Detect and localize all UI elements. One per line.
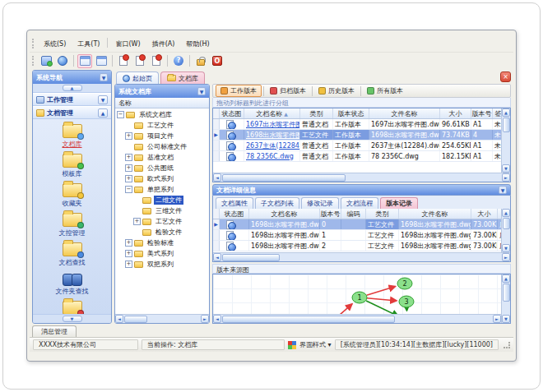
table-hscrollbar[interactable]: ◄ ► (213, 252, 510, 261)
table-row[interactable]: 78 2356C.dwg普通文档工作版本78 2356C.dwg182.15KB… (213, 151, 501, 162)
table-vscrollbar[interactable]: ▲ ▼ (501, 108, 510, 173)
tree-node[interactable]: 公司标准文件 (115, 141, 209, 152)
menu-item-5[interactable]: 帮助(H) (180, 38, 215, 50)
tree-column-header[interactable]: 名称 (115, 98, 209, 108)
scroll-right-icon[interactable]: ► (502, 253, 510, 261)
new-window-icon[interactable] (77, 54, 92, 68)
menu-item-2[interactable]: 工具(T) (72, 38, 105, 50)
tab-start-page[interactable]: 起始页 (116, 71, 159, 84)
help-icon[interactable]: ? (171, 54, 186, 68)
graph-vscrollbar[interactable]: ▲ ▼ (501, 274, 510, 323)
column-header-4[interactable]: 版本状态 (333, 108, 369, 118)
tree-node[interactable]: +公共图纸 (115, 163, 209, 173)
chevron-up-icon[interactable]: ▲ (98, 108, 108, 118)
table-row[interactable]: ▶1698出水嘴零件图.dwg工艺文件工作版本1698出水嘴零件图.dwg73.… (213, 130, 501, 141)
collapse-icon[interactable]: − (125, 186, 132, 193)
column-header-5[interactable]: 类别 (366, 209, 399, 219)
column-header-4[interactable]: 编码 (341, 209, 366, 219)
detail-tab-5[interactable]: 版本记录 (380, 197, 418, 209)
column-header-6[interactable]: 大小 (440, 108, 471, 118)
table-row[interactable]: 1697出水嘴零件图.dwg普通文档工作版本1697出水嘴零件图.dwg96.6… (213, 119, 501, 130)
column-header-7[interactable]: 大小 (471, 209, 498, 219)
toolbar-grip[interactable] (32, 56, 35, 66)
column-header-2[interactable]: 文档名称 (249, 209, 320, 219)
detail-tab-4[interactable]: 文档流程 (341, 197, 378, 209)
scroll-thumb[interactable] (222, 316, 395, 323)
interface-style-button[interactable]: 界面样式 ▾ (299, 340, 332, 349)
scroll-thumb[interactable] (222, 254, 280, 261)
expand-icon[interactable]: + (125, 239, 132, 247)
scroll-down-icon[interactable]: ▼ (502, 315, 510, 323)
column-header-1[interactable]: 状态图 (220, 209, 249, 219)
table-row[interactable]: 2637主体(12284).dwg普通文档工作版本2637主体(12284).d… (213, 141, 501, 151)
group-by-hint[interactable]: 拖动列标题到此进行分组 (212, 98, 511, 108)
tree-node[interactable]: +项目文件 (115, 131, 209, 141)
chevron-down-icon[interactable]: ▼ (98, 95, 108, 104)
version-button-3[interactable]: 历史版本 (314, 85, 359, 96)
sidebar-group-1[interactable]: 工作管理▼ (33, 93, 111, 106)
version-button-2[interactable]: 归档版本 (266, 85, 310, 96)
sidebar-item-checked-out-docs[interactable]: 签出的文档 (56, 301, 89, 314)
homepage-globe-icon[interactable] (55, 54, 70, 68)
interface-style-icon[interactable] (39, 54, 53, 68)
menu-item-1[interactable]: 系统(S) (38, 38, 72, 50)
doc-badge-icon-1[interactable] (116, 54, 131, 68)
pin-icon[interactable]: ▼ (197, 87, 206, 95)
table-row[interactable]: 1698出水嘴零件图.dwg1工艺文件1698出水嘴零件图.dwg73.00KB… (213, 230, 501, 241)
column-header-2[interactable]: 文档名称▲ (244, 108, 300, 118)
column-header-1[interactable]: 状态图 (220, 108, 244, 118)
doc-badge-icon-3[interactable] (149, 54, 164, 68)
scroll-right-icon[interactable]: ► (493, 315, 501, 323)
sidebar-item-document-library[interactable]: 文档库 (63, 124, 82, 149)
expand-icon[interactable]: + (125, 154, 132, 161)
scroll-down-icon[interactable]: ▼ (502, 244, 510, 252)
menu-item-3[interactable]: 窗口(W) (109, 38, 146, 50)
sidebar-item-favorites[interactable]: 收藏夹 (63, 183, 82, 208)
exit-icon[interactable]: O (210, 54, 225, 68)
tree-node[interactable]: +工艺文件 (115, 216, 209, 227)
tree-node[interactable]: −单把系列 (115, 184, 209, 195)
tree-node[interactable]: 检验文件 (115, 227, 209, 238)
scroll-thumb[interactable] (503, 218, 510, 229)
scroll-left-icon[interactable]: ◄ (115, 315, 123, 323)
version-button-1[interactable]: 工作版本 (216, 85, 262, 97)
column-header-6[interactable]: 文件名称 (399, 209, 471, 219)
tab-message-management[interactable]: 消息管理 (32, 325, 77, 337)
expand-icon[interactable]: + (133, 218, 141, 225)
scroll-down-icon[interactable]: ▼ (502, 164, 510, 173)
menubar-grip[interactable] (32, 39, 35, 48)
column-header-3[interactable]: 类别 (300, 108, 333, 118)
tree-node[interactable]: 工艺文件 (115, 120, 209, 131)
scroll-up-icon[interactable]: ▲ (502, 274, 510, 283)
table-hscrollbar[interactable]: ◄ ► (213, 173, 510, 182)
tree-node[interactable]: +检验标准 (115, 238, 209, 248)
tree-hscrollbar[interactable]: ◄ ► (115, 314, 209, 323)
expand-icon[interactable]: + (125, 164, 132, 172)
sidebar-item-folder-search[interactable]: 文件夹查找 (56, 272, 89, 296)
scroll-left-icon[interactable]: ◄ (213, 173, 221, 182)
close-tab-icon[interactable]: × (500, 71, 511, 82)
sidebar-group-2[interactable]: 文档管理▲ (33, 106, 111, 119)
scroll-down-strip[interactable]: ▼ (33, 314, 111, 323)
scroll-left-icon[interactable]: ◄ (213, 315, 221, 323)
expand-icon[interactable]: + (125, 250, 132, 257)
pin-icon[interactable]: ▼ (100, 73, 108, 81)
lock-icon[interactable] (193, 54, 208, 68)
expand-icon[interactable]: + (125, 175, 132, 182)
column-header-3[interactable]: 版本号 (320, 209, 341, 219)
tree-node[interactable]: 三维文件 (115, 205, 209, 216)
sidebar-item-template-library[interactable]: 模板库 (63, 154, 82, 178)
version-button-4[interactable]: 所有版本 (363, 85, 407, 96)
tree-node[interactable]: +双把系列 (115, 259, 209, 270)
version-graph[interactable]: 01234 (213, 274, 501, 314)
tree-node[interactable]: +美式系列 (115, 248, 209, 259)
tree-node[interactable]: +欧式系列 (115, 173, 209, 184)
menu-item-4[interactable]: 插件(A) (146, 38, 181, 50)
doc-badge-icon-2[interactable] (132, 54, 147, 68)
collapse-icon[interactable]: − (117, 111, 124, 118)
sidebar-item-doc-search[interactable]: 文档查找 (59, 242, 86, 267)
pin-icon[interactable]: ▼ (499, 186, 507, 194)
column-header-8[interactable]: 签出状态 (493, 108, 501, 118)
tab-doc-library[interactable]: 文档库 (160, 71, 205, 84)
window-list-icon[interactable] (94, 54, 109, 68)
